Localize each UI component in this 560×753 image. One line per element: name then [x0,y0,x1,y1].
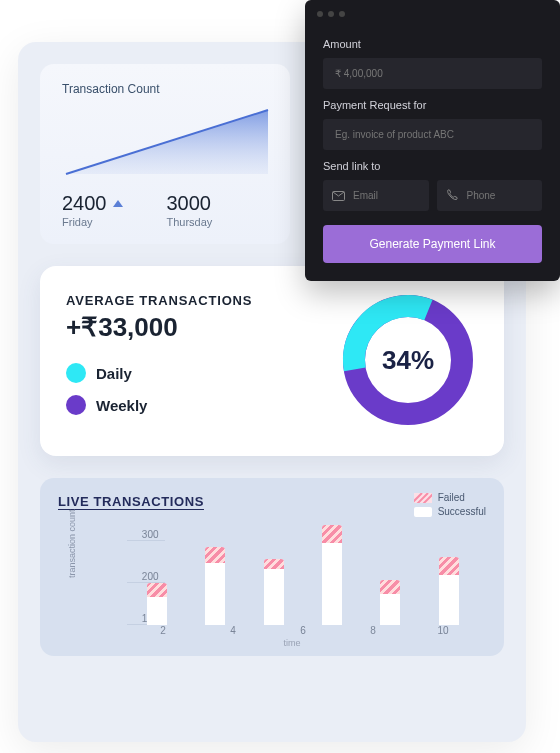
amount-input[interactable] [323,58,542,89]
daily-dot-icon [66,363,86,383]
amount-label: Amount [323,38,542,50]
xtick: 6 [293,625,313,636]
stat-day: Thursday [167,216,213,228]
live-yaxis: transaction count 300 200 100 [58,515,120,625]
average-title: AVERAGE TRANSACTIONS [66,293,252,308]
weekly-dot-icon [66,395,86,415]
xtick: 10 [433,625,453,636]
average-donut-chart: 34% [338,290,478,430]
failed-pattern-icon [414,493,432,503]
xlabel: time [98,638,486,648]
window-dot-icon [339,11,345,17]
bar [147,583,167,625]
live-xaxis: 2 4 6 8 10 [120,625,486,636]
ylabel: transaction count [67,509,77,578]
legend-label: Weekly [96,397,147,414]
average-legend: Daily Weekly [66,363,252,415]
xtick: 8 [363,625,383,636]
stat-friday: 2400 Friday [62,192,123,228]
request-input[interactable] [323,119,542,150]
live-bars [120,515,486,625]
legend-label: Daily [96,365,132,382]
phone-icon [446,187,458,205]
legend-label: Failed [438,492,465,503]
average-left: AVERAGE TRANSACTIONS +₹33,000 Daily Week… [66,293,252,427]
bar [205,547,225,625]
transaction-count-chart [62,104,268,180]
email-icon [332,187,345,205]
transaction-count-card: Transaction Count 2400 Friday 3000 Thurs… [40,64,290,244]
stat-thursday: 3000 Thursday [167,192,213,228]
transaction-count-stats: 2400 Friday 3000 Thursday [62,192,268,228]
legend-weekly: Weekly [66,395,252,415]
bar [264,559,284,625]
legend-daily: Daily [66,363,252,383]
average-transactions-card: AVERAGE TRANSACTIONS +₹33,000 Daily Week… [40,266,504,456]
bar [380,580,400,625]
request-label: Payment Request for [323,99,542,111]
legend-failed: Failed [414,492,486,503]
transaction-count-title: Transaction Count [62,82,268,96]
live-transactions-card: LIVE TRANSACTIONS Failed Successful tran… [40,478,504,656]
stat-value: 3000 [167,192,212,215]
stat-day: Friday [62,216,123,228]
average-value: +₹33,000 [66,312,252,343]
trend-up-icon [113,200,123,207]
xtick: 2 [153,625,173,636]
payment-form-panel: Amount Payment Request for Send link to … [305,0,560,281]
window-dot-icon [328,11,334,17]
bar [439,557,459,625]
xtick: 4 [223,625,243,636]
window-dot-icon [317,11,323,17]
bar [322,525,342,625]
stat-value: 2400 [62,192,107,215]
sendto-label: Send link to [323,160,542,172]
live-chart: transaction count 300 200 100 [58,515,486,625]
window-title-bar [305,0,560,28]
donut-percent: 34% [338,290,478,430]
generate-link-button[interactable]: Generate Payment Link [323,225,542,263]
